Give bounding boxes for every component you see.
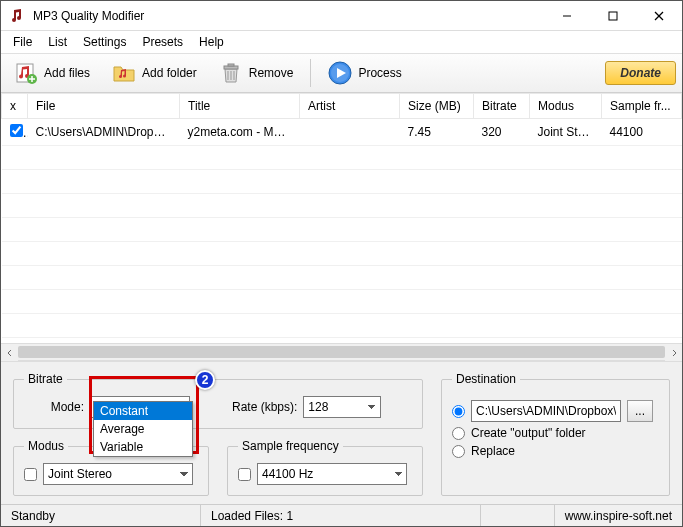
col-artist[interactable]: Artist — [300, 94, 400, 119]
process-label: Process — [358, 66, 401, 80]
browse-button[interactable]: ... — [627, 400, 653, 422]
remove-label: Remove — [249, 66, 294, 80]
status-url[interactable]: www.inspire-soft.net — [554, 505, 682, 526]
annotation-badge: 2 — [195, 370, 215, 390]
dest-path-input[interactable] — [471, 400, 621, 422]
scroll-thumb[interactable] — [18, 346, 665, 358]
minimize-button[interactable] — [544, 1, 590, 31]
mode-option-variable[interactable]: Variable — [94, 438, 192, 456]
add-files-button[interactable]: Add files — [7, 56, 97, 90]
dest-create-label: Create "output" folder — [471, 426, 586, 440]
cell-bitrate: 320 — [474, 119, 530, 146]
col-sample[interactable]: Sample fr... — [602, 94, 682, 119]
modus-checkbox[interactable] — [24, 468, 37, 481]
cell-size: 7.45 — [400, 119, 474, 146]
mode-option-constant[interactable]: Constant — [94, 402, 192, 420]
rate-select[interactable]: 128 — [303, 396, 381, 418]
col-modus[interactable]: Modus — [530, 94, 602, 119]
sample-select[interactable]: 44100 Hz — [257, 463, 407, 485]
destination-fieldset: Destination ... Create "output" folder R… — [441, 372, 670, 496]
col-title[interactable]: Title — [180, 94, 300, 119]
scroll-left-arrow[interactable] — [1, 344, 18, 361]
bottom-panel: Bitrate Mode: Constant Rate (kbps): 128 … — [1, 361, 682, 504]
sample-checkbox[interactable] — [238, 468, 251, 481]
modus-legend: Modus — [24, 439, 68, 453]
menu-help[interactable]: Help — [191, 33, 232, 51]
mode-dropdown-list[interactable]: Constant Average Variable — [93, 401, 193, 457]
row-checkbox[interactable] — [10, 124, 23, 137]
mode-option-average[interactable]: Average — [94, 420, 192, 438]
sample-fieldset: Sample frequency 44100 Hz — [227, 439, 423, 496]
col-x[interactable]: x — [2, 94, 28, 119]
cell-modus: Joint Stereo — [530, 119, 602, 146]
process-icon — [328, 61, 352, 85]
menu-list[interactable]: List — [40, 33, 75, 51]
add-files-icon — [14, 61, 38, 85]
status-loaded: Loaded Files: 1 — [201, 505, 481, 526]
titlebar: MP3 Quality Modifier — [1, 1, 682, 31]
svg-rect-8 — [228, 64, 234, 66]
menubar: File List Settings Presets Help — [1, 31, 682, 53]
col-file[interactable]: File — [28, 94, 180, 119]
statusbar: Standby Loaded Files: 1 www.inspire-soft… — [1, 504, 682, 526]
add-folder-button[interactable]: Add folder — [105, 56, 204, 90]
destination-legend: Destination — [452, 372, 520, 386]
cell-sample: 44100 — [602, 119, 682, 146]
donate-button[interactable]: Donate — [605, 61, 676, 85]
maximize-button[interactable] — [590, 1, 636, 31]
menu-file[interactable]: File — [5, 33, 40, 51]
menu-settings[interactable]: Settings — [75, 33, 134, 51]
menu-presets[interactable]: Presets — [134, 33, 191, 51]
table-header-row: x File Title Artist Size (MB) Bitrate Mo… — [2, 94, 682, 119]
remove-button[interactable]: Remove — [212, 56, 301, 90]
col-size[interactable]: Size (MB) — [400, 94, 474, 119]
cell-file: C:\Users\ADMIN\Dropbox... — [28, 119, 180, 146]
sample-legend: Sample frequency — [238, 439, 343, 453]
svg-rect-2 — [609, 12, 617, 20]
add-folder-label: Add folder — [142, 66, 197, 80]
status-standby: Standby — [1, 505, 201, 526]
file-table: x File Title Artist Size (MB) Bitrate Mo… — [1, 93, 682, 361]
add-folder-icon — [112, 61, 136, 85]
dest-replace-radio[interactable] — [452, 445, 465, 458]
dest-path-radio[interactable] — [452, 405, 465, 418]
toolbar: Add files Add folder Remove Process Dona… — [1, 53, 682, 93]
toolbar-separator — [310, 59, 311, 87]
close-button[interactable] — [636, 1, 682, 31]
horizontal-scrollbar[interactable] — [1, 343, 682, 360]
cell-title: y2meta.com - Maroo... — [180, 119, 300, 146]
dest-create-radio[interactable] — [452, 427, 465, 440]
bitrate-fieldset: Bitrate Mode: Constant Rate (kbps): 128 — [13, 372, 423, 429]
table-row[interactable]: C:\Users\ADMIN\Dropbox... y2meta.com - M… — [2, 119, 682, 146]
bitrate-legend: Bitrate — [24, 372, 67, 386]
remove-icon — [219, 61, 243, 85]
col-bitrate[interactable]: Bitrate — [474, 94, 530, 119]
cell-artist — [300, 119, 400, 146]
dest-replace-label: Replace — [471, 444, 515, 458]
add-files-label: Add files — [44, 66, 90, 80]
window-title: MP3 Quality Modifier — [33, 9, 544, 23]
scroll-right-arrow[interactable] — [665, 344, 682, 361]
mode-label: Mode: — [24, 400, 84, 414]
modus-select[interactable]: Joint Stereo — [43, 463, 193, 485]
app-icon — [9, 8, 25, 24]
rate-label: Rate (kbps): — [232, 400, 297, 414]
process-button[interactable]: Process — [321, 56, 408, 90]
